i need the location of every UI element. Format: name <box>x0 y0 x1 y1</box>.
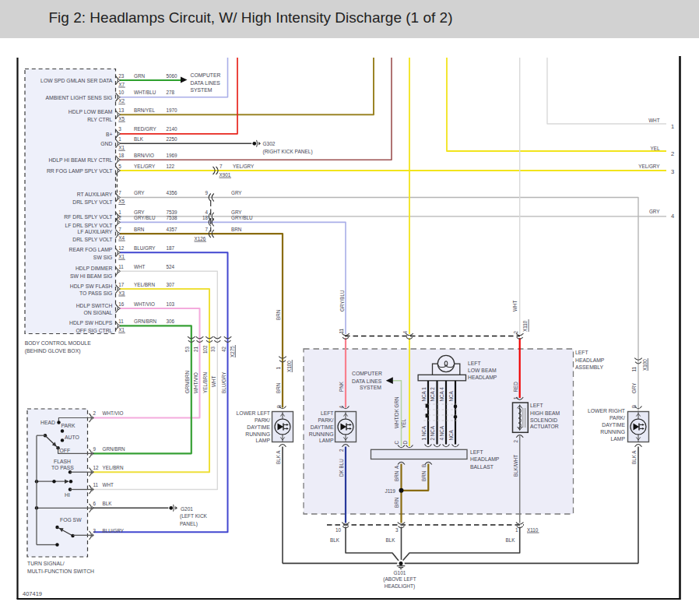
svg-text:X5: X5 <box>118 116 125 121</box>
svg-text:COMPUTER: COMPUTER <box>191 72 221 78</box>
svg-text:G302: G302 <box>263 141 276 146</box>
svg-text:YEL: YEL <box>651 146 660 151</box>
svg-text:X1: X1 <box>118 254 125 259</box>
svg-text:1969: 1969 <box>167 153 178 158</box>
svg-text:BRN: BRN <box>394 470 399 481</box>
svg-text:X1: X1 <box>118 145 125 150</box>
svg-text:(BEHIND GLOVE BOX): (BEHIND GLOVE BOX) <box>25 348 81 354</box>
svg-text:3: 3 <box>93 528 97 533</box>
svg-text:4: 4 <box>671 213 674 220</box>
svg-text:LAMP: LAMP <box>610 436 625 442</box>
svg-text:4356: 4356 <box>167 190 178 195</box>
svg-text:DAYTIME: DAYTIME <box>247 424 270 430</box>
svg-text:1: 1 <box>118 136 121 142</box>
svg-text:WHT/VIO: WHT/VIO <box>103 410 124 416</box>
svg-text:RR FOG LAMP SPLY VOLT: RR FOG LAMP SPLY VOLT <box>47 168 112 174</box>
svg-text:NCA 2: NCA 2 <box>430 387 435 402</box>
svg-text:5060: 5060 <box>167 73 178 79</box>
svg-text:TO PASS: TO PASS <box>51 465 74 470</box>
svg-text:YEL/GRY: YEL/GRY <box>233 164 255 169</box>
svg-text:BRN/YEL: BRN/YEL <box>134 107 155 113</box>
svg-text:RT AUXILIARY: RT AUXILIARY <box>77 192 113 197</box>
svg-text:HDLP HI BEAM RLY CTRL: HDLP HI BEAM RLY CTRL <box>48 157 112 163</box>
svg-text:2: 2 <box>513 331 518 334</box>
svg-text:GRY: GRY <box>631 382 637 393</box>
svg-text:YEL: YEL <box>401 419 406 428</box>
svg-text:GRY: GRY <box>231 190 242 195</box>
svg-text:NCA 4: NCA 4 <box>439 387 444 402</box>
svg-text:GRN/BRN: GRN/BRN <box>103 446 125 452</box>
svg-text:X5: X5 <box>118 199 125 204</box>
svg-text:7: 7 <box>118 227 121 232</box>
svg-text:GRN/BRN: GRN/BRN <box>134 319 156 324</box>
svg-text:23: 23 <box>118 73 125 79</box>
svg-text:BLK/WHT: BLK/WHT <box>513 455 518 477</box>
svg-text:4: 4 <box>205 209 208 215</box>
svg-text:BLK: BLK <box>134 136 144 142</box>
svg-text:HDLP DIMMER: HDLP DIMMER <box>76 266 113 271</box>
svg-text:DRL SPLY VOLT: DRL SPLY VOLT <box>72 199 112 205</box>
svg-text:PARK/: PARK/ <box>318 417 334 423</box>
svg-text:BLK A: BLK A <box>276 450 281 464</box>
svg-text:BRN: BRN <box>394 497 399 508</box>
svg-text:LAMP: LAMP <box>255 438 270 443</box>
svg-text:LAMP: LAMP <box>319 438 334 443</box>
svg-text:103: 103 <box>167 301 175 307</box>
svg-text:1: 1 <box>118 209 121 215</box>
svg-text:YEL/BRN: YEL/BRN <box>103 465 124 470</box>
svg-text:6: 6 <box>93 501 97 506</box>
svg-text:REAR FOG LAMP: REAR FOG LAMP <box>68 247 112 252</box>
svg-text:X110: X110 <box>527 527 539 533</box>
svg-text:11: 11 <box>339 328 344 333</box>
svg-text:LF DRL SPLY VOLT: LF DRL SPLY VOLT <box>65 223 112 228</box>
svg-text:18: 18 <box>118 153 125 158</box>
svg-text:2: 2 <box>93 410 97 416</box>
svg-text:WHT/VIO: WHT/VIO <box>134 301 155 307</box>
svg-text:3: 3 <box>395 527 399 533</box>
svg-text:RLY CTRL: RLY CTRL <box>87 117 112 122</box>
svg-text:GRY: GRY <box>231 209 242 215</box>
svg-text:10: 10 <box>118 90 125 95</box>
svg-text:NCA: NCA <box>448 429 454 440</box>
svg-text:GRY/BLU: GRY/BLU <box>339 290 345 312</box>
svg-text:YEL/BRN: YEL/BRN <box>134 282 155 287</box>
svg-text:FOG SW: FOG SW <box>60 517 82 523</box>
svg-text:(RIGHT KICK PANEL): (RIGHT KICK PANEL) <box>263 149 313 155</box>
svg-text:4 NCA: 4 NCA <box>439 425 444 440</box>
svg-text:YEL/GRY: YEL/GRY <box>134 164 156 169</box>
svg-text:278: 278 <box>167 90 175 95</box>
svg-text:C: C <box>394 441 399 445</box>
svg-text:DAYTIME: DAYTIME <box>602 422 625 428</box>
svg-text:524: 524 <box>167 264 175 269</box>
svg-text:AMBIENT LIGHT SENS SIG: AMBIENT LIGHT SENS SIG <box>46 95 113 100</box>
svg-text:5: 5 <box>118 164 121 169</box>
svg-text:187: 187 <box>167 245 175 251</box>
svg-text:B: B <box>631 405 637 408</box>
svg-text:BRN: BRN <box>276 382 281 393</box>
svg-text:GRY/BLU: GRY/BLU <box>134 215 156 220</box>
svg-text:SW HI BEAM SIG: SW HI BEAM SIG <box>70 273 112 279</box>
svg-text:ON SIGNAL: ON SIGNAL <box>83 310 112 315</box>
svg-text:HEADLAMP: HEADLAMP <box>470 456 500 462</box>
svg-text:LOW SPD GMLAN SER DATA: LOW SPD GMLAN SER DATA <box>40 78 113 83</box>
svg-text:TURN SIGNAL/: TURN SIGNAL/ <box>27 561 65 566</box>
svg-text:GND: GND <box>100 141 112 146</box>
svg-text:7: 7 <box>118 190 121 195</box>
svg-text:3: 3 <box>118 126 121 132</box>
svg-text:16: 16 <box>118 301 125 307</box>
svg-text:1 NCA: 1 NCA <box>421 425 427 440</box>
svg-text:LOW BEAM: LOW BEAM <box>468 368 497 373</box>
svg-text:WHT: WHT <box>512 301 518 312</box>
svg-text:X126: X126 <box>195 236 206 241</box>
svg-text:B: B <box>276 405 282 408</box>
svg-text:SYSTEM: SYSTEM <box>191 87 213 93</box>
svg-text:2140: 2140 <box>167 126 178 132</box>
svg-text:4357: 4357 <box>167 227 178 232</box>
svg-text:LEFT: LEFT <box>530 403 543 408</box>
svg-text:LF AUXILIARY: LF AUXILIARY <box>78 229 113 234</box>
svg-text:BLK A: BLK A <box>631 450 637 464</box>
svg-text:G101: G101 <box>394 570 406 576</box>
svg-text:BLK: BLK <box>506 537 516 543</box>
svg-text:53: 53 <box>184 346 190 352</box>
svg-text:RUNNING: RUNNING <box>245 431 270 437</box>
